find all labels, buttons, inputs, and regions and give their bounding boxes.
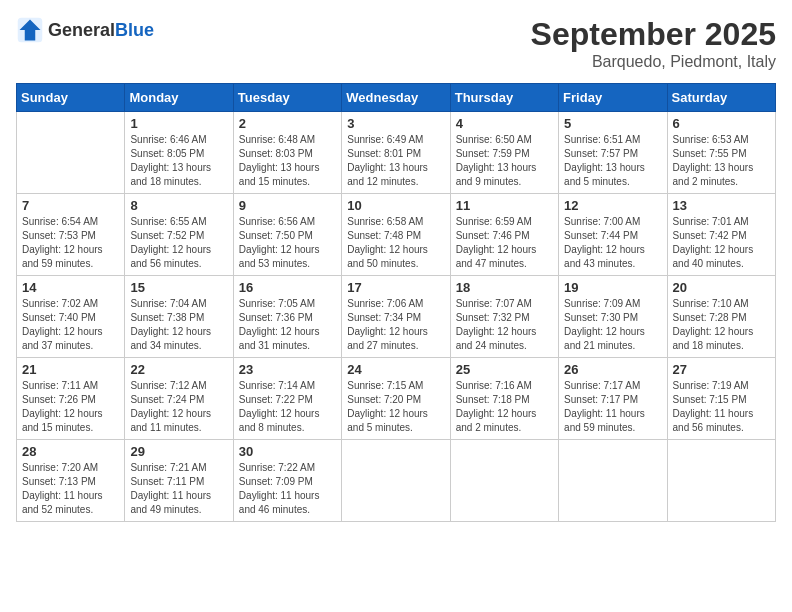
day-cell: 1Sunrise: 6:46 AMSunset: 8:05 PMDaylight… bbox=[125, 112, 233, 194]
title-block: September 2025 Barquedo, Piedmont, Italy bbox=[531, 16, 776, 71]
day-number: 14 bbox=[22, 280, 119, 295]
week-row-4: 21Sunrise: 7:11 AMSunset: 7:26 PMDayligh… bbox=[17, 358, 776, 440]
weekday-wednesday: Wednesday bbox=[342, 84, 450, 112]
day-number: 13 bbox=[673, 198, 770, 213]
day-cell: 21Sunrise: 7:11 AMSunset: 7:26 PMDayligh… bbox=[17, 358, 125, 440]
day-info: Sunrise: 7:17 AMSunset: 7:17 PMDaylight:… bbox=[564, 379, 661, 435]
day-cell: 16Sunrise: 7:05 AMSunset: 7:36 PMDayligh… bbox=[233, 276, 341, 358]
day-number: 29 bbox=[130, 444, 227, 459]
day-info: Sunrise: 6:53 AMSunset: 7:55 PMDaylight:… bbox=[673, 133, 770, 189]
day-info: Sunrise: 7:11 AMSunset: 7:26 PMDaylight:… bbox=[22, 379, 119, 435]
day-cell: 15Sunrise: 7:04 AMSunset: 7:38 PMDayligh… bbox=[125, 276, 233, 358]
day-number: 9 bbox=[239, 198, 336, 213]
day-info: Sunrise: 7:09 AMSunset: 7:30 PMDaylight:… bbox=[564, 297, 661, 353]
day-info: Sunrise: 7:04 AMSunset: 7:38 PMDaylight:… bbox=[130, 297, 227, 353]
day-info: Sunrise: 7:12 AMSunset: 7:24 PMDaylight:… bbox=[130, 379, 227, 435]
day-cell: 5Sunrise: 6:51 AMSunset: 7:57 PMDaylight… bbox=[559, 112, 667, 194]
day-cell: 8Sunrise: 6:55 AMSunset: 7:52 PMDaylight… bbox=[125, 194, 233, 276]
day-cell: 2Sunrise: 6:48 AMSunset: 8:03 PMDaylight… bbox=[233, 112, 341, 194]
day-number: 25 bbox=[456, 362, 553, 377]
day-cell: 6Sunrise: 6:53 AMSunset: 7:55 PMDaylight… bbox=[667, 112, 775, 194]
day-number: 26 bbox=[564, 362, 661, 377]
day-info: Sunrise: 7:05 AMSunset: 7:36 PMDaylight:… bbox=[239, 297, 336, 353]
weekday-sunday: Sunday bbox=[17, 84, 125, 112]
weekday-saturday: Saturday bbox=[667, 84, 775, 112]
day-number: 27 bbox=[673, 362, 770, 377]
day-info: Sunrise: 7:10 AMSunset: 7:28 PMDaylight:… bbox=[673, 297, 770, 353]
day-info: Sunrise: 6:48 AMSunset: 8:03 PMDaylight:… bbox=[239, 133, 336, 189]
calendar-body: 1Sunrise: 6:46 AMSunset: 8:05 PMDaylight… bbox=[17, 112, 776, 522]
day-number: 30 bbox=[239, 444, 336, 459]
day-info: Sunrise: 6:54 AMSunset: 7:53 PMDaylight:… bbox=[22, 215, 119, 271]
day-cell: 27Sunrise: 7:19 AMSunset: 7:15 PMDayligh… bbox=[667, 358, 775, 440]
calendar-table: SundayMondayTuesdayWednesdayThursdayFrid… bbox=[16, 83, 776, 522]
day-info: Sunrise: 7:14 AMSunset: 7:22 PMDaylight:… bbox=[239, 379, 336, 435]
page-header: GeneralBlue September 2025 Barquedo, Pie… bbox=[16, 16, 776, 71]
logo-text-blue: Blue bbox=[115, 20, 154, 40]
day-info: Sunrise: 6:46 AMSunset: 8:05 PMDaylight:… bbox=[130, 133, 227, 189]
day-info: Sunrise: 7:16 AMSunset: 7:18 PMDaylight:… bbox=[456, 379, 553, 435]
weekday-header-row: SundayMondayTuesdayWednesdayThursdayFrid… bbox=[17, 84, 776, 112]
day-number: 12 bbox=[564, 198, 661, 213]
day-cell: 20Sunrise: 7:10 AMSunset: 7:28 PMDayligh… bbox=[667, 276, 775, 358]
day-number: 21 bbox=[22, 362, 119, 377]
day-number: 15 bbox=[130, 280, 227, 295]
day-number: 1 bbox=[130, 116, 227, 131]
day-cell: 23Sunrise: 7:14 AMSunset: 7:22 PMDayligh… bbox=[233, 358, 341, 440]
day-number: 5 bbox=[564, 116, 661, 131]
day-cell: 9Sunrise: 6:56 AMSunset: 7:50 PMDaylight… bbox=[233, 194, 341, 276]
day-number: 16 bbox=[239, 280, 336, 295]
day-info: Sunrise: 7:15 AMSunset: 7:20 PMDaylight:… bbox=[347, 379, 444, 435]
day-number: 24 bbox=[347, 362, 444, 377]
week-row-3: 14Sunrise: 7:02 AMSunset: 7:40 PMDayligh… bbox=[17, 276, 776, 358]
day-info: Sunrise: 7:01 AMSunset: 7:42 PMDaylight:… bbox=[673, 215, 770, 271]
day-cell: 18Sunrise: 7:07 AMSunset: 7:32 PMDayligh… bbox=[450, 276, 558, 358]
day-cell: 13Sunrise: 7:01 AMSunset: 7:42 PMDayligh… bbox=[667, 194, 775, 276]
day-cell bbox=[342, 440, 450, 522]
day-cell: 28Sunrise: 7:20 AMSunset: 7:13 PMDayligh… bbox=[17, 440, 125, 522]
day-number: 20 bbox=[673, 280, 770, 295]
day-info: Sunrise: 7:21 AMSunset: 7:11 PMDaylight:… bbox=[130, 461, 227, 517]
day-info: Sunrise: 6:58 AMSunset: 7:48 PMDaylight:… bbox=[347, 215, 444, 271]
logo-icon bbox=[16, 16, 44, 44]
day-cell: 11Sunrise: 6:59 AMSunset: 7:46 PMDayligh… bbox=[450, 194, 558, 276]
weekday-friday: Friday bbox=[559, 84, 667, 112]
day-number: 28 bbox=[22, 444, 119, 459]
day-cell: 7Sunrise: 6:54 AMSunset: 7:53 PMDaylight… bbox=[17, 194, 125, 276]
day-info: Sunrise: 7:20 AMSunset: 7:13 PMDaylight:… bbox=[22, 461, 119, 517]
weekday-thursday: Thursday bbox=[450, 84, 558, 112]
day-info: Sunrise: 7:06 AMSunset: 7:34 PMDaylight:… bbox=[347, 297, 444, 353]
day-cell: 17Sunrise: 7:06 AMSunset: 7:34 PMDayligh… bbox=[342, 276, 450, 358]
day-cell: 24Sunrise: 7:15 AMSunset: 7:20 PMDayligh… bbox=[342, 358, 450, 440]
weekday-monday: Monday bbox=[125, 84, 233, 112]
day-info: Sunrise: 6:51 AMSunset: 7:57 PMDaylight:… bbox=[564, 133, 661, 189]
day-number: 17 bbox=[347, 280, 444, 295]
day-info: Sunrise: 7:00 AMSunset: 7:44 PMDaylight:… bbox=[564, 215, 661, 271]
month-title: September 2025 bbox=[531, 16, 776, 53]
day-info: Sunrise: 7:02 AMSunset: 7:40 PMDaylight:… bbox=[22, 297, 119, 353]
day-info: Sunrise: 6:56 AMSunset: 7:50 PMDaylight:… bbox=[239, 215, 336, 271]
day-cell bbox=[450, 440, 558, 522]
location-title: Barquedo, Piedmont, Italy bbox=[531, 53, 776, 71]
day-info: Sunrise: 6:50 AMSunset: 7:59 PMDaylight:… bbox=[456, 133, 553, 189]
day-cell bbox=[667, 440, 775, 522]
day-number: 2 bbox=[239, 116, 336, 131]
day-cell: 26Sunrise: 7:17 AMSunset: 7:17 PMDayligh… bbox=[559, 358, 667, 440]
day-info: Sunrise: 6:55 AMSunset: 7:52 PMDaylight:… bbox=[130, 215, 227, 271]
day-cell: 3Sunrise: 6:49 AMSunset: 8:01 PMDaylight… bbox=[342, 112, 450, 194]
day-cell: 4Sunrise: 6:50 AMSunset: 7:59 PMDaylight… bbox=[450, 112, 558, 194]
day-number: 8 bbox=[130, 198, 227, 213]
day-number: 18 bbox=[456, 280, 553, 295]
day-number: 11 bbox=[456, 198, 553, 213]
day-cell bbox=[559, 440, 667, 522]
week-row-5: 28Sunrise: 7:20 AMSunset: 7:13 PMDayligh… bbox=[17, 440, 776, 522]
logo: GeneralBlue bbox=[16, 16, 154, 44]
logo-text-general: General bbox=[48, 20, 115, 40]
weekday-tuesday: Tuesday bbox=[233, 84, 341, 112]
day-info: Sunrise: 6:49 AMSunset: 8:01 PMDaylight:… bbox=[347, 133, 444, 189]
day-cell: 30Sunrise: 7:22 AMSunset: 7:09 PMDayligh… bbox=[233, 440, 341, 522]
day-info: Sunrise: 6:59 AMSunset: 7:46 PMDaylight:… bbox=[456, 215, 553, 271]
day-cell: 25Sunrise: 7:16 AMSunset: 7:18 PMDayligh… bbox=[450, 358, 558, 440]
day-info: Sunrise: 7:22 AMSunset: 7:09 PMDaylight:… bbox=[239, 461, 336, 517]
day-number: 4 bbox=[456, 116, 553, 131]
